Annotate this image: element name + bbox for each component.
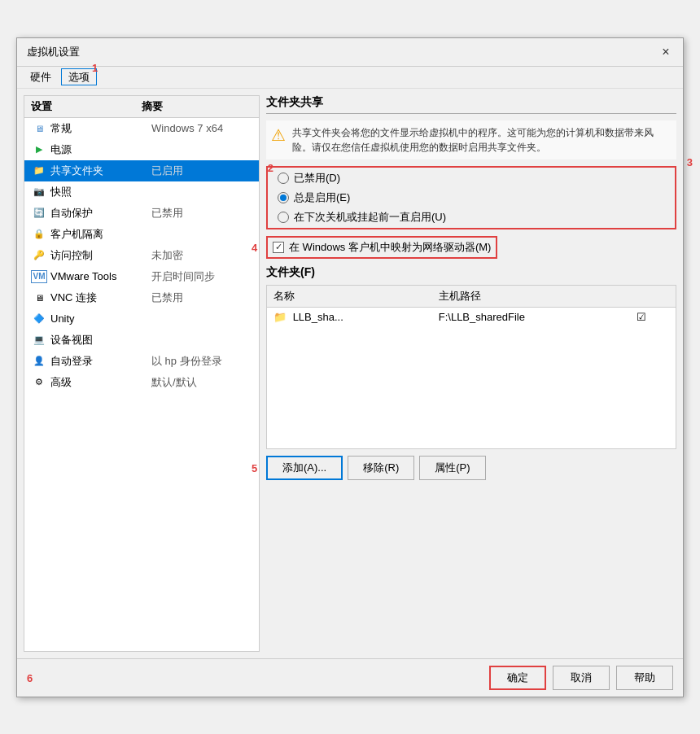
close-button[interactable]: × — [658, 45, 673, 59]
step5-label: 5 — [252, 461, 257, 474]
step1-label: 1 — [92, 62, 98, 74]
unity-icon: 🔷 — [31, 312, 47, 325]
radio-until-off[interactable]: 在下次关机或挂起前一直启用(U) — [278, 210, 665, 225]
power-name: 电源 — [50, 142, 151, 157]
vnc-icon: 🖥 — [31, 291, 47, 304]
col-name-header: 名称 — [267, 286, 432, 308]
network-drive-checkbox[interactable] — [273, 242, 284, 253]
header-settings: 设置 — [31, 99, 142, 114]
col-enabled-header — [630, 286, 676, 308]
help-button[interactable]: 帮助 — [616, 666, 673, 690]
radio-until-off-circle[interactable] — [278, 212, 289, 223]
deviceview-name: 设备视图 — [50, 333, 151, 347]
share-value: 已启用 — [151, 164, 252, 178]
vmwaretools-value: 开启时间同步 — [151, 269, 252, 284]
left-panel: 设置 摘要 🖥 常规 Windows 7 x64 ▶ 电源 📁 共享文件夹 已启… — [24, 95, 260, 652]
setting-normal[interactable]: 🖥 常规 Windows 7 x64 — [24, 118, 259, 139]
radio-always-circle[interactable] — [278, 192, 289, 203]
add-button[interactable]: 添加(A)... — [266, 456, 343, 480]
radio-until-off-label: 在下次关机或挂起前一直启用(U) — [294, 210, 446, 225]
radio-disabled-label: 已禁用(D) — [294, 171, 340, 186]
autologin-value: 以 hp 身份登录 — [151, 354, 252, 369]
radio-disabled-circle[interactable] — [278, 173, 289, 184]
setting-isolate[interactable]: 🔒 客户机隔离 — [24, 224, 259, 245]
checkbox-row: 在 Windows 客户机中映射为网络驱动器(M) — [266, 236, 497, 259]
content-area: 设置 摘要 🖥 常规 Windows 7 x64 ▶ 电源 📁 共享文件夹 已启… — [17, 89, 683, 658]
autoprotect-value: 已禁用 — [151, 206, 252, 221]
radio-group: 已禁用(D) 总是启用(E) 在下次关机或挂起前一直启用(U) — [266, 166, 676, 229]
warning-box: ⚠ 共享文件夹会将您的文件显示给虚拟机中的程序。这可能为您的计算机和数据带来风险… — [266, 120, 676, 159]
cancel-button[interactable]: 取消 — [553, 666, 610, 690]
setting-share[interactable]: 📁 共享文件夹 已启用 2 — [24, 160, 259, 181]
normal-name: 常规 — [50, 121, 151, 136]
access-icon: 🔑 — [31, 249, 47, 262]
menu-bar: 硬件 选项 1 — [17, 67, 683, 89]
folder-section-title: 文件夹(F) — [266, 265, 676, 280]
folder-path-cell: F:\LLB_sharedFile — [432, 307, 630, 326]
share-icon: 📁 — [31, 164, 47, 177]
access-value: 未加密 — [151, 248, 252, 263]
folder-enabled-cell: ☑ — [630, 307, 676, 326]
setting-autologin[interactable]: 👤 自动登录 以 hp 身份登录 — [24, 351, 259, 372]
folder-table: 名称 主机路径 📁 LLB_sha... — [267, 286, 676, 326]
warning-text: 共享文件夹会将您的文件显示给虚拟机中的程序。这可能为您的计算机和数据带来风险。请… — [292, 125, 672, 155]
autoprotect-name: 自动保护 — [50, 206, 151, 221]
ok-button[interactable]: 确定 — [489, 666, 546, 690]
access-name: 访问控制 — [50, 248, 151, 263]
left-panel-header: 设置 摘要 — [24, 96, 259, 118]
isolate-name: 客户机隔离 — [50, 227, 151, 242]
checkbox-label: 在 Windows 客户机中映射为网络驱动器(M) — [289, 240, 491, 255]
advanced-value: 默认/默认 — [151, 375, 252, 390]
step4-label: 4 — [252, 241, 257, 253]
autologin-icon: 👤 — [31, 355, 47, 368]
deviceview-icon: 💻 — [31, 334, 47, 347]
snap-icon: 📷 — [31, 186, 47, 199]
vmwaretools-name: VMware Tools — [50, 270, 151, 282]
setting-deviceview[interactable]: 💻 设备视图 — [24, 330, 259, 351]
autologin-name: 自动登录 — [50, 354, 151, 369]
advanced-icon: ⚙ — [31, 376, 47, 389]
radio-always-label: 总是启用(E) — [294, 190, 350, 205]
setting-advanced[interactable]: ⚙ 高级 默认/默认 — [24, 372, 259, 393]
folder-sharing-section: 文件夹共享 ⚠ 共享文件夹会将您的文件显示给虚拟机中的程序。这可能为您的计算机和… — [266, 95, 676, 480]
share-name: 共享文件夹 — [50, 164, 151, 178]
normal-value: Windows 7 x64 — [151, 122, 252, 134]
properties-button[interactable]: 属性(P) — [419, 456, 485, 480]
menu-hardware[interactable]: 硬件 — [24, 69, 58, 85]
folder-table-container: 名称 主机路径 📁 LLB_sha... — [266, 285, 676, 449]
setting-unity[interactable]: 🔷 Unity — [24, 308, 259, 330]
dialog-title: 虚拟机设置 — [27, 45, 80, 59]
setting-snap[interactable]: 📷 快照 — [24, 181, 259, 203]
power-icon: ▶ — [31, 143, 47, 156]
vnc-name: VNC 连接 — [50, 291, 151, 305]
snap-name: 快照 — [50, 185, 151, 199]
radio-always[interactable]: 总是启用(E) — [278, 190, 665, 205]
setting-vnc[interactable]: 🖥 VNC 连接 已禁用 — [24, 287, 259, 308]
warning-icon: ⚠ — [271, 125, 286, 155]
isolate-icon: 🔒 — [31, 228, 47, 241]
setting-power[interactable]: ▶ 电源 — [24, 139, 259, 160]
checkbox-wrapper: 在 Windows 客户机中映射为网络驱动器(M) 4 — [266, 236, 676, 259]
folder-name: LLB_sha... — [293, 311, 343, 323]
vmwaretools-icon: VM — [31, 270, 47, 283]
normal-icon: 🖥 — [31, 122, 47, 135]
title-bar: 虚拟机设置 × — [17, 38, 683, 67]
step6-label: 6 — [27, 671, 33, 684]
header-summary: 摘要 — [142, 99, 252, 114]
folder-row[interactable]: 📁 LLB_sha... F:\LLB_sharedFile ☑ — [267, 307, 676, 326]
folder-row-icon: 📁 — [273, 311, 287, 323]
folder-buttons: 5 添加(A)... 移除(R) 属性(P) — [266, 456, 676, 480]
setting-vmwaretools[interactable]: VM VMware Tools 开启时间同步 — [24, 266, 259, 287]
folder-path: F:\LLB_sharedFile — [439, 311, 525, 323]
folder-enabled-check: ☑ — [637, 311, 646, 323]
radio-disabled[interactable]: 已禁用(D) — [278, 171, 665, 186]
setting-access[interactable]: 🔑 访问控制 未加密 — [24, 245, 259, 266]
main-dialog: 虚拟机设置 × 硬件 选项 1 设置 摘要 🖥 常规 Windows 7 x64 — [16, 37, 684, 697]
remove-button[interactable]: 移除(R) — [348, 456, 414, 480]
setting-autoprotect[interactable]: 🔄 自动保护 已禁用 — [24, 203, 259, 224]
folder-name-cell: 📁 LLB_sha... — [267, 307, 432, 326]
right-panel: 文件夹共享 ⚠ 共享文件夹会将您的文件显示给虚拟机中的程序。这可能为您的计算机和… — [266, 95, 676, 652]
bottom-bar: 6 确定 取消 帮助 — [17, 658, 683, 697]
section-title: 文件夹共享 — [266, 95, 676, 114]
col-path-header: 主机路径 — [432, 286, 630, 308]
